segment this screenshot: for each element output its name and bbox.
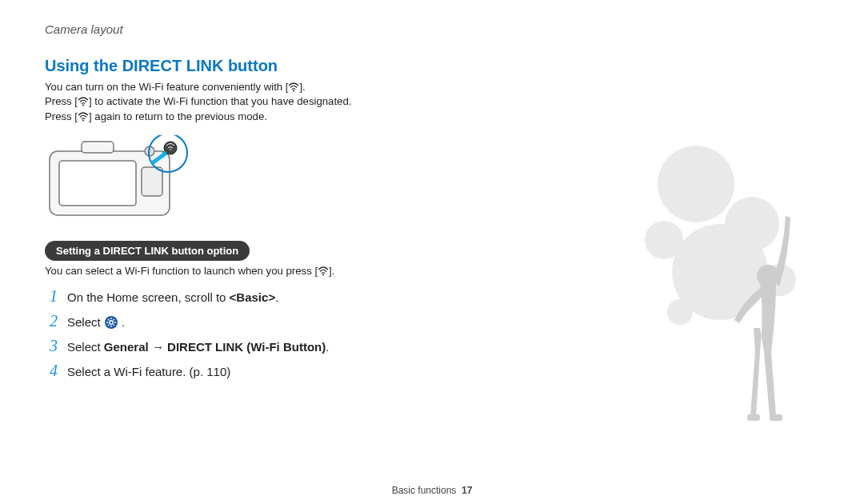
step-text: On the Home screen, scroll to <Basic>. [67, 290, 278, 304]
text: You can turn on the Wi-Fi feature conven… [45, 81, 288, 93]
gear-icon [104, 315, 118, 330]
step-1: 1 On the Home screen, scroll to <Basic>. [45, 287, 819, 306]
wifi-icon [318, 266, 329, 276]
manual-page: Camera layout Using the DIRECT LINK butt… [0, 0, 864, 504]
text: . [275, 290, 278, 304]
text: ] again to return to the previous mode. [89, 110, 267, 122]
bold-text: General → DIRECT LINK (Wi-Fi Button) [104, 340, 326, 354]
svg-rect-6 [82, 142, 114, 153]
text: On the Home screen, scroll to [67, 290, 230, 304]
wifi-icon [288, 82, 299, 92]
wifi-icon [78, 97, 89, 106]
svg-point-12 [322, 274, 324, 276]
step-number: 3 [45, 337, 58, 355]
camera-illustration [42, 135, 819, 226]
svg-point-1 [82, 105, 84, 106]
step-number: 4 [45, 362, 58, 380]
subsection-text: You can select a Wi-Fi function to launc… [45, 264, 819, 278]
step-number: 2 [45, 312, 58, 330]
text: You can select a Wi-Fi function to launc… [45, 265, 318, 277]
svg-rect-23 [770, 414, 782, 421]
text: Press [ [45, 95, 78, 107]
step-text: Select a Wi-Fi feature. (p. 110) [67, 365, 230, 378]
subsection-pill: Setting a DIRECT LINK button option [45, 241, 250, 261]
text: Press [ [45, 110, 78, 122]
text: Select [67, 315, 104, 329]
svg-rect-4 [59, 161, 136, 206]
svg-point-2 [82, 119, 84, 121]
text: . [326, 340, 329, 354]
bold-text: <Basic> [230, 290, 276, 304]
step-3: 3 Select General → DIRECT LINK (Wi-Fi Bu… [45, 337, 819, 355]
text: ] to activate the Wi-Fi function that yo… [89, 95, 351, 107]
footer-section: Basic functions [392, 485, 457, 496]
step-text: Select . [67, 315, 125, 330]
wifi-icon [78, 112, 89, 122]
intro-line-2: Press [] to activate the Wi-Fi function … [45, 94, 819, 109]
intro-line-3: Press [] again to return to the previous… [45, 110, 819, 124]
text: Select [67, 340, 104, 354]
footer-page-number: 17 [462, 485, 472, 496]
breadcrumb: Camera layout [45, 22, 819, 36]
svg-rect-22 [747, 414, 760, 421]
svg-point-0 [293, 90, 294, 92]
step-2: 2 Select . [45, 312, 819, 330]
intro-line-1: You can turn on the Wi-Fi feature conven… [45, 80, 819, 94]
svg-rect-5 [142, 167, 162, 196]
text: ]. [299, 81, 305, 93]
text: . [118, 315, 125, 329]
section-title: Using the DIRECT LINK button [45, 57, 819, 75]
step-number: 1 [45, 287, 58, 306]
page-footer: Basic functions 17 [0, 485, 864, 496]
text: ]. [329, 265, 334, 277]
step-text: Select General → DIRECT LINK (Wi-Fi Butt… [67, 340, 329, 354]
svg-point-10 [170, 150, 171, 151]
steps-list: 1 On the Home screen, scroll to <Basic>.… [45, 287, 819, 380]
step-4: 4 Select a Wi-Fi feature. (p. 110) [45, 362, 819, 380]
